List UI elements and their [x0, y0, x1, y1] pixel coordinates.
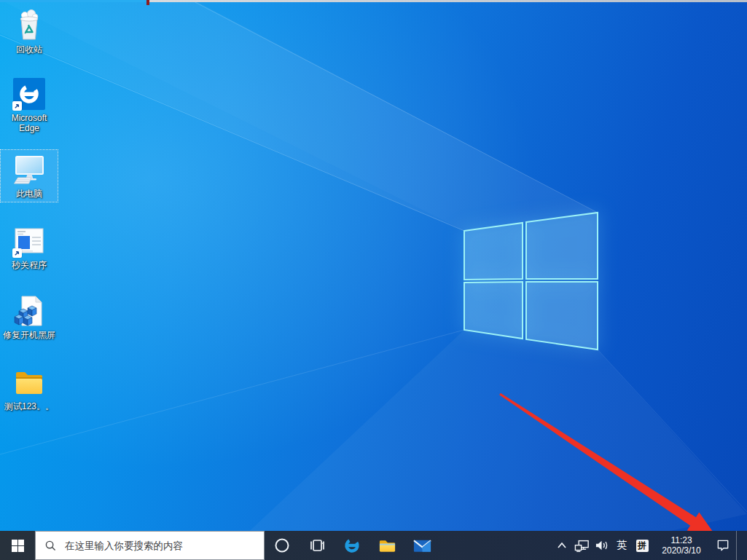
desktop-icon-label: 此电脑: [16, 189, 42, 199]
language-indicator[interactable]: 英: [612, 531, 631, 560]
top-edge-strip-gray: [149, 0, 747, 2]
action-center-icon: [716, 538, 730, 553]
desktop-icon-label: 回收站: [16, 44, 42, 55]
language-indicator-label: 英: [617, 539, 627, 552]
file-explorer-button[interactable]: [369, 531, 404, 560]
registry-file-icon: [12, 293, 47, 328]
task-view-button[interactable]: [300, 531, 335, 560]
desktop-icon-test-folder[interactable]: 测试123。。: [1, 363, 58, 414]
shortcut-arrow-icon: [12, 101, 22, 111]
clock-date: 2020/3/10: [662, 545, 700, 556]
mail-icon: [412, 536, 432, 556]
taskbar-search[interactable]: [35, 531, 265, 560]
desktop-wallpaper: [0, 0, 747, 560]
show-desktop-button[interactable]: [736, 531, 747, 560]
wallpaper-rays: [0, 0, 747, 560]
windows-logo: [458, 206, 603, 359]
app-window-icon: [12, 224, 47, 259]
edge-icon: [341, 535, 363, 556]
desktop-icon-this-pc[interactable]: 此电脑: [1, 150, 58, 202]
chevron-up-icon: [557, 542, 567, 549]
edge-taskbar-button[interactable]: [335, 531, 369, 560]
cortana-button[interactable]: [265, 531, 300, 560]
clock-time: 11:23: [670, 535, 692, 545]
edge-icon: [12, 76, 47, 111]
network-icon: [574, 539, 590, 553]
volume-status[interactable]: [592, 531, 612, 560]
recycle-bin-icon: [12, 8, 47, 43]
system-tray: 英 拼 11:23 2020/3/10: [552, 531, 747, 560]
file-explorer-icon: [378, 536, 397, 556]
top-edge-strip-blue: [0, 0, 147, 2]
search-input[interactable]: [63, 540, 257, 552]
ime-mode-indicator[interactable]: 拼: [631, 531, 653, 560]
show-hidden-icons-button[interactable]: [552, 531, 571, 560]
action-center-button[interactable]: [710, 531, 736, 560]
start-button[interactable]: [0, 531, 35, 560]
windows-start-icon: [12, 540, 24, 552]
network-status[interactable]: [571, 531, 592, 560]
ime-mode-label: 拼: [636, 540, 649, 552]
shortcut-arrow-icon: [12, 248, 22, 258]
desktop-icon-recycle-bin[interactable]: 回收站: [1, 6, 58, 58]
taskbar: 英 拼 11:23 2020/3/10: [0, 531, 747, 560]
task-view-icon: [308, 537, 326, 554]
cortana-icon: [274, 537, 290, 553]
desktop-icon-microsoft-edge[interactable]: Microsoft Edge: [1, 74, 58, 136]
desktop-icon-label: 秒关程序: [12, 260, 47, 270]
this-pc-icon: [12, 152, 47, 187]
clock[interactable]: 11:23 2020/3/10: [653, 535, 710, 556]
search-icon: [45, 540, 56, 551]
mail-button[interactable]: [404, 531, 439, 560]
desktop-icon-app-shortcut[interactable]: 秒关程序: [1, 221, 58, 273]
desktop-icon-label: Microsoft Edge: [1, 113, 58, 133]
desktop-icon-label: 测试123。。: [4, 401, 54, 411]
folder-icon: [12, 365, 47, 400]
volume-icon: [595, 539, 609, 552]
desktop-icon-registry-file[interactable]: 修复开机黑屏: [1, 291, 58, 343]
desktop-icon-label: 修复开机黑屏: [3, 330, 55, 340]
